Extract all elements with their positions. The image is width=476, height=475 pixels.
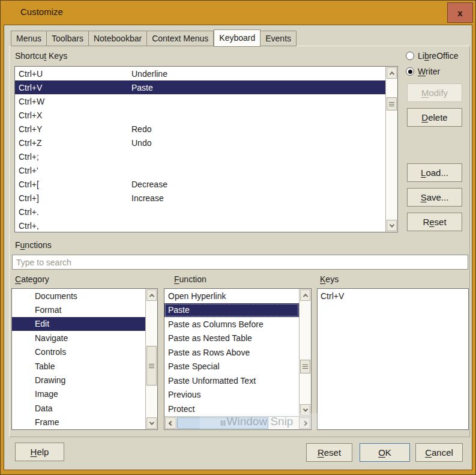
shortcut-row[interactable]: Ctrl+Z Undo — [15, 136, 385, 150]
shortcut-command: Undo — [131, 138, 385, 148]
category-item[interactable]: Table — [12, 359, 145, 373]
category-item[interactable]: Image — [12, 387, 145, 401]
function-item[interactable]: Open Hyperlink — [164, 289, 299, 303]
scrollbar-thumb[interactable] — [300, 360, 310, 374]
function-item[interactable]: Paste as Columns Before — [164, 317, 299, 331]
chevron-left-icon — [168, 420, 173, 425]
shortcut-key: Ctrl+] — [19, 193, 131, 203]
function-item[interactable]: Paste — [164, 303, 299, 318]
modify-button[interactable]: Modify — [407, 83, 462, 102]
function-scrollbar[interactable] — [299, 289, 311, 416]
reset-button[interactable]: Reset — [306, 443, 352, 462]
functions-label: Functions — [15, 240, 52, 250]
key-item[interactable]: Ctrl+V — [318, 289, 468, 303]
shortcut-row[interactable]: Ctrl+U Underline — [15, 67, 385, 80]
shortcut-row[interactable]: Ctrl+X — [15, 108, 385, 122]
shortcut-row[interactable]: Ctrl+, — [15, 219, 385, 232]
cancel-button[interactable]: Cancel — [415, 443, 463, 462]
scroll-down-button[interactable] — [387, 220, 397, 231]
scrollbar-thumb[interactable] — [387, 97, 397, 110]
radio-writer[interactable]: Writer — [406, 67, 440, 76]
search-input[interactable] — [12, 255, 468, 270]
category-item[interactable]: Documents — [12, 289, 145, 303]
shortcut-command: Redo — [131, 124, 385, 134]
customize-dialog: Customize x Menus Toolbars Notebookbar C… — [0, 0, 476, 475]
category-item[interactable]: Navigate — [12, 331, 145, 345]
tab[interactable]: Events — [261, 31, 297, 46]
tab[interactable]: Toolbars — [47, 31, 89, 46]
shortcut-command: Decrease — [131, 180, 385, 189]
shortcut-row[interactable]: Ctrl+W — [15, 94, 385, 108]
close-icon: x — [457, 8, 462, 17]
scroll-up-button[interactable] — [300, 289, 310, 301]
shortcut-row[interactable]: Ctrl+V Paste — [15, 80, 385, 94]
grip-icon — [303, 366, 308, 367]
category-item[interactable]: Data — [12, 401, 145, 415]
function-item[interactable]: Previous — [164, 388, 299, 402]
function-horizontal-scrollbar[interactable] — [164, 416, 311, 429]
load-button[interactable]: Load... — [407, 163, 462, 182]
shortcut-row[interactable]: Ctrl+. — [15, 205, 385, 219]
shortcut-keys-list[interactable]: Ctrl+U Underline Ctrl+V Paste Ctrl+W — [14, 66, 398, 232]
keys-list[interactable]: Ctrl+V — [317, 288, 469, 430]
reset-shortcuts-button[interactable]: Reset — [407, 213, 462, 231]
chevron-up-icon — [389, 71, 394, 76]
tab[interactable]: Context Menus — [147, 31, 214, 46]
shortcut-row[interactable]: Ctrl+; — [15, 150, 385, 163]
delete-button[interactable]: Delete — [407, 108, 462, 127]
radio-libreoffice[interactable]: LibreOffice — [406, 51, 458, 61]
scroll-up-button[interactable] — [387, 67, 397, 79]
shortcut-key: Ctrl+, — [19, 221, 131, 231]
tab[interactable]: Notebookbar — [89, 31, 147, 46]
shortcut-key: Ctrl+X — [19, 110, 131, 120]
dialog-body: Menus Toolbars Notebookbar Context Menus… — [4, 25, 472, 470]
category-item[interactable]: Frame — [12, 416, 145, 429]
scroll-left-button[interactable] — [165, 417, 176, 429]
function-item[interactable]: Paste as Rows Above — [164, 345, 299, 360]
category-label: Category — [15, 274, 49, 284]
category-item[interactable]: Drawing — [12, 373, 145, 387]
shortcut-row[interactable]: Ctrl+] Increase — [15, 191, 385, 205]
titlebar[interactable]: Customize x — [1, 1, 475, 25]
grip-icon — [389, 104, 394, 104]
chevron-up-icon — [303, 294, 307, 298]
shortcut-scrollbar[interactable] — [385, 67, 397, 232]
scroll-right-button[interactable] — [299, 417, 310, 429]
grip-icon — [149, 366, 154, 366]
function-label: Function — [174, 274, 206, 284]
ok-button[interactable]: OK — [360, 443, 410, 462]
radio-checked-icon — [406, 67, 414, 76]
help-button[interactable]: Help — [15, 443, 64, 461]
category-item[interactable]: Format — [12, 303, 145, 316]
tab[interactable]: Menus — [11, 31, 47, 46]
function-item[interactable]: Protect — [164, 402, 299, 416]
scroll-up-button[interactable] — [146, 289, 157, 301]
shortcut-row[interactable]: Ctrl+[ Decrease — [15, 177, 385, 191]
chevron-right-icon — [302, 420, 307, 425]
scroll-down-button[interactable] — [300, 404, 310, 416]
function-item[interactable]: Paste Unformatted Text — [164, 374, 299, 388]
grip-icon — [223, 420, 223, 426]
shortcut-key: Ctrl+Z — [19, 138, 131, 148]
chevron-down-icon — [149, 420, 154, 425]
window-title: Customize — [20, 7, 63, 17]
scroll-down-button[interactable] — [146, 417, 157, 429]
shortcut-row[interactable]: Ctrl+' — [15, 163, 385, 177]
save-button[interactable]: Save... — [407, 188, 462, 207]
shortcut-row[interactable]: Ctrl+Y Redo — [15, 122, 385, 136]
shortcut-keys-label: Shortcut Keys — [15, 51, 67, 61]
shortcut-key: Ctrl+Y — [19, 124, 131, 134]
function-list[interactable]: Open Hyperlink Paste Paste as Columns Be… — [164, 288, 312, 430]
tab[interactable]: Keyboard — [214, 29, 261, 47]
category-item[interactable]: Controls — [12, 345, 145, 359]
scrollbar-thumb[interactable] — [177, 417, 268, 429]
chevron-up-icon — [149, 294, 154, 298]
scrollbar-thumb[interactable] — [146, 346, 157, 386]
shortcut-key: Ctrl+U — [19, 69, 131, 79]
close-button[interactable]: x — [447, 2, 473, 23]
function-item[interactable]: Paste as Nested Table — [164, 331, 299, 346]
category-list[interactable]: Documents Format Edit Navigate Controls … — [11, 288, 158, 430]
function-item[interactable]: Paste Special — [164, 360, 299, 374]
category-scrollbar[interactable] — [145, 289, 157, 429]
category-item[interactable]: Edit — [12, 317, 145, 331]
